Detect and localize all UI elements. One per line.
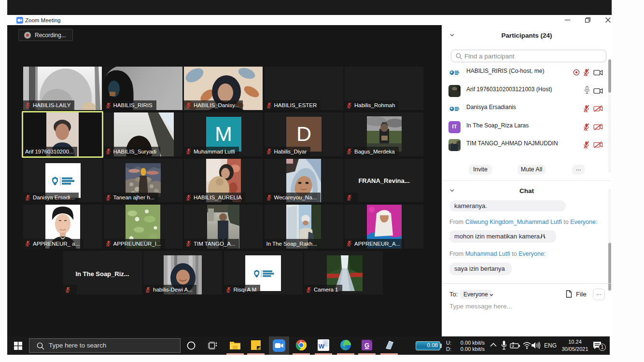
svg-text:G: G (364, 342, 369, 349)
svg-text:W: W (319, 343, 325, 350)
